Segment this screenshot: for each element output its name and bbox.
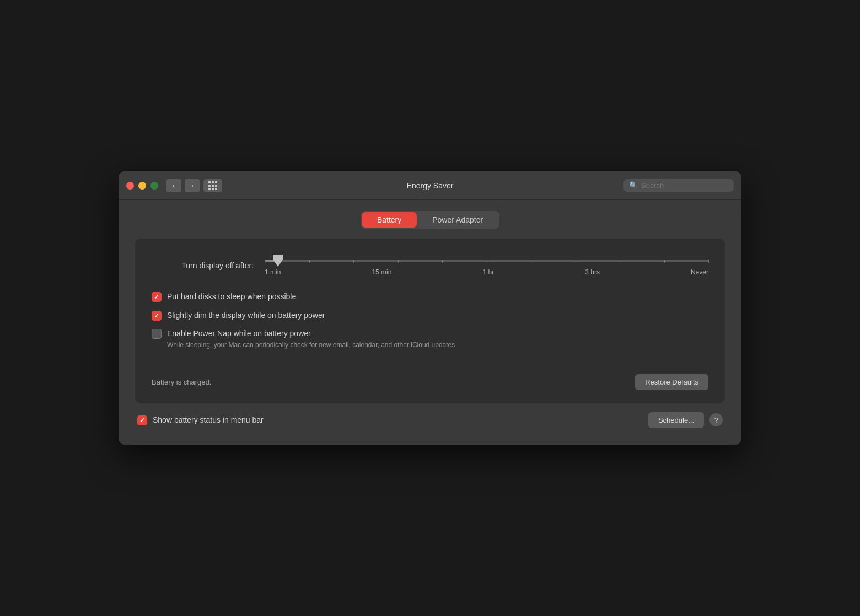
titlebar: ‹ › Energy Saver 🔍 [119, 171, 741, 200]
help-button[interactable]: ? [710, 413, 723, 426]
traffic-lights [126, 182, 158, 190]
close-button[interactable] [126, 182, 134, 190]
tick-label-3hrs: 3 hrs [585, 268, 600, 276]
grid-view-button[interactable] [203, 179, 222, 192]
checkbox-dim-display[interactable] [152, 311, 162, 321]
checkbox-hard-disks[interactable] [152, 292, 162, 302]
battery-status: Battery is charged. [152, 378, 211, 386]
back-button[interactable]: ‹ [166, 179, 181, 192]
checkbox-power-nap[interactable] [152, 329, 162, 339]
slider-track [265, 260, 708, 262]
checkbox-label-power-nap: Enable Power Nap while on battery power [167, 328, 455, 339]
slider-thumb[interactable] [273, 255, 283, 267]
slider-section: Turn display off after: [152, 255, 708, 276]
schedule-button[interactable]: Schedule... [648, 412, 704, 428]
panel-footer: Battery is charged. Restore Defaults [152, 365, 708, 390]
bottom-right: Schedule... ? [648, 412, 723, 428]
tick-label-1hr: 1 hr [482, 268, 494, 276]
slider-track-wrap [265, 255, 708, 266]
checkbox-row-dim-display: Slightly dim the display while on batter… [152, 310, 708, 321]
search-bar[interactable]: 🔍 [624, 179, 734, 192]
tab-power-adapter[interactable]: Power Adapter [417, 212, 498, 228]
tick-label-1min: 1 min [265, 268, 281, 276]
content-area: Battery Power Adapter Turn display off a… [119, 200, 741, 445]
window-title: Energy Saver [407, 181, 454, 190]
power-nap-text-block: Enable Power Nap while on battery power … [167, 328, 455, 349]
bottom-bar: Show battery status in menu bar Schedule… [135, 412, 725, 428]
show-battery-label: Show battery status in menu bar [153, 415, 264, 426]
tab-container: Battery Power Adapter [361, 211, 499, 229]
checkbox-label-hard-disks: Put hard disks to sleep when possible [167, 291, 296, 302]
tick-label-never: Never [691, 268, 708, 276]
maximize-button[interactable] [150, 182, 158, 190]
slider-track-container: 1 min 15 min 1 hr 3 hrs Never [265, 255, 708, 276]
minimize-button[interactable] [138, 182, 146, 190]
main-window: ‹ › Energy Saver 🔍 Battery Power Adapter [119, 171, 741, 445]
slider-label: Turn display off after: [152, 261, 254, 270]
checkbox-show-battery[interactable] [137, 415, 147, 425]
settings-panel: Turn display off after: [135, 239, 725, 403]
bottom-left: Show battery status in menu bar [137, 415, 264, 426]
slider-row: Turn display off after: [152, 255, 708, 276]
grid-icon [208, 181, 217, 190]
checkbox-row-power-nap: Enable Power Nap while on battery power … [152, 328, 708, 349]
checkbox-row-hard-disks: Put hard disks to sleep when possible [152, 291, 708, 302]
checkboxes: Put hard disks to sleep when possible Sl… [152, 291, 708, 349]
checkbox-label-dim-display: Slightly dim the display while on batter… [167, 310, 325, 321]
search-input[interactable] [641, 181, 728, 190]
checkbox-subtext-power-nap: While sleeping, your Mac can periodicall… [167, 341, 455, 349]
search-icon: 🔍 [629, 181, 638, 190]
restore-defaults-button[interactable]: Restore Defaults [635, 374, 708, 390]
tab-battery[interactable]: Battery [362, 212, 417, 228]
tab-bar: Battery Power Adapter [135, 211, 725, 229]
nav-buttons: ‹ › [166, 179, 200, 192]
slider-labels: 1 min 15 min 1 hr 3 hrs Never [265, 268, 708, 276]
tick-label-15min: 15 min [372, 268, 391, 276]
forward-button[interactable]: › [185, 179, 200, 192]
